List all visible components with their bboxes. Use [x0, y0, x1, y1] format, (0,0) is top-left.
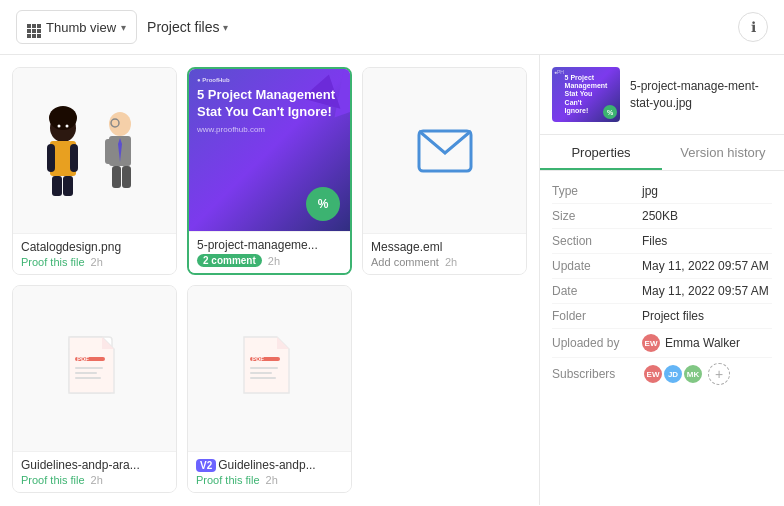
prop-value-uploaded: EW Emma Walker — [642, 334, 740, 352]
file-thumbnail: PDF — [13, 286, 176, 451]
uploader-name: Emma Walker — [665, 336, 740, 350]
file-card-5project[interactable]: ● ProofHub 5 Project Management Stat You… — [187, 67, 352, 275]
svg-rect-22 — [75, 372, 97, 374]
svg-rect-10 — [124, 139, 131, 164]
main-layout: Catalogdesign.png Proof this file 2h ● P… — [0, 55, 784, 505]
prop-label-size: Size — [552, 209, 642, 223]
properties-list: Type jpg Size 250KB Section Files Update… — [540, 171, 784, 505]
proof-link[interactable]: Proof this file — [196, 474, 260, 486]
file-meta: 2 comment 2h — [197, 254, 342, 267]
svg-rect-3 — [70, 144, 78, 172]
v2-badge: V2 — [196, 459, 216, 472]
email-svg — [417, 129, 473, 173]
prop-value-update: May 11, 2022 09:57 AM — [642, 259, 769, 273]
prop-label-folder: Folder — [552, 309, 642, 323]
uploader-avatar: EW — [642, 334, 660, 352]
file-meta: Proof this file 2h — [21, 256, 168, 268]
tab-properties[interactable]: Properties — [540, 135, 662, 170]
email-icon — [415, 127, 475, 175]
prop-value-type: jpg — [642, 184, 658, 198]
prop-label-section: Section — [552, 234, 642, 248]
proof-link[interactable]: Proof this file — [21, 256, 85, 268]
prop-value-section: Files — [642, 234, 667, 248]
info-icon: ℹ — [751, 19, 756, 35]
pdf-svg: PDF — [67, 335, 122, 403]
time-label: 2h — [91, 474, 103, 486]
time-label: 2h — [268, 255, 280, 267]
subscriber-avatar-3: MK — [682, 363, 704, 385]
svg-point-6 — [49, 106, 77, 130]
prop-value-date: May 11, 2022 09:57 AM — [642, 284, 769, 298]
tab-version-history[interactable]: Version history — [662, 135, 784, 170]
file-thumbnail: ● ProofHub 5 Project Management Stat You… — [189, 69, 350, 231]
5project-title: 5 Project Management Stat You Can't Igno… — [197, 87, 342, 121]
pdf-svg-v2: PDF — [242, 335, 297, 403]
prop-label-subscribers: Subscribers — [552, 367, 642, 381]
prop-folder: Folder Project files — [552, 304, 772, 329]
panel-file-name: 5-project-manage-ment-stat-you.jpg — [630, 78, 772, 112]
header: Thumb view ▾ Project files ▾ ℹ — [0, 0, 784, 55]
subscriber-avatar-1: EW — [642, 363, 664, 385]
right-panel: 5 ProjectManagementStat YouCan'tIgnore! … — [539, 55, 784, 505]
svg-point-15 — [65, 124, 68, 127]
svg-rect-11 — [112, 166, 121, 188]
filename: V2Guidelines-andp... — [196, 458, 343, 472]
file-thumbnail — [363, 68, 526, 233]
file-card-guidelines2[interactable]: PDF V2Guidelines-andp... Proof this file… — [187, 285, 352, 493]
5project-url: www.proofhub.com — [197, 125, 342, 134]
subscriber-avatar-2: JD — [662, 363, 684, 385]
prop-label-update: Update — [552, 259, 642, 273]
project-selector[interactable]: Project files ▾ — [147, 19, 228, 35]
file-card-guidelines1[interactable]: PDF Guidelines-andp-ara... Proof this fi… — [12, 285, 177, 493]
file-meta: Proof this file 2h — [196, 474, 343, 486]
view-selector[interactable]: Thumb view ▾ — [16, 10, 137, 44]
info-button[interactable]: ℹ — [738, 12, 768, 42]
prop-size: Size 250KB — [552, 204, 772, 229]
filename: Catalogdesign.png — [21, 240, 168, 254]
file-thumbnail — [13, 68, 176, 233]
file-thumbnail: PDF — [188, 286, 351, 451]
chevron-down-icon: ▾ — [121, 22, 126, 33]
time-label: 2h — [445, 256, 457, 268]
file-info: Catalogdesign.png Proof this file 2h — [13, 233, 176, 274]
time-label: 2h — [91, 256, 103, 268]
pdf-icon: PDF — [242, 335, 297, 403]
file-info: 5-project-manageme... 2 comment 2h — [189, 231, 350, 273]
prop-uploaded: Uploaded by EW Emma Walker — [552, 329, 772, 358]
svg-rect-21 — [75, 367, 103, 369]
prop-date: Date May 11, 2022 09:57 AM — [552, 279, 772, 304]
project-chevron-icon: ▾ — [223, 22, 228, 33]
file-grid: Catalogdesign.png Proof this file 2h ● P… — [0, 55, 539, 505]
filename: Guidelines-andp-ara... — [21, 458, 168, 472]
svg-text:PDF: PDF — [252, 356, 264, 362]
svg-rect-28 — [250, 377, 276, 379]
file-info: V2Guidelines-andp... Proof this file 2h — [188, 451, 351, 492]
comment-badge[interactable]: 2 comment — [197, 254, 262, 267]
proof-link[interactable]: Proof this file — [21, 474, 85, 486]
svg-rect-23 — [75, 377, 101, 379]
prop-type: Type jpg — [552, 179, 772, 204]
svg-rect-9 — [105, 139, 112, 164]
5project-preview: ● ProofHub 5 Project Management Stat You… — [189, 69, 350, 231]
percent-badge: % — [306, 187, 340, 221]
file-meta: Add comment 2h — [371, 256, 518, 268]
catalog-illustration — [25, 96, 165, 206]
catalog-preview — [13, 68, 176, 233]
subscriber-avatars: EW JD MK + — [642, 363, 730, 385]
file-card-catalogdesign[interactable]: Catalogdesign.png Proof this file 2h — [12, 67, 177, 275]
prop-label-uploaded: Uploaded by — [552, 336, 642, 350]
prop-label-type: Type — [552, 184, 642, 198]
svg-rect-5 — [63, 176, 73, 196]
svg-rect-26 — [250, 367, 278, 369]
file-info: Guidelines-andp-ara... Proof this file 2… — [13, 451, 176, 492]
add-subscriber-button[interactable]: + — [708, 363, 730, 385]
panel-tabs: Properties Version history — [540, 135, 784, 171]
panel-thumb-text: 5 ProjectManagementStat YouCan'tIgnore! — [561, 70, 612, 120]
grid-icon — [27, 16, 41, 38]
file-card-message[interactable]: Message.eml Add comment 2h — [362, 67, 527, 275]
panel-preview: 5 ProjectManagementStat YouCan'tIgnore! … — [540, 55, 784, 135]
view-label: Thumb view — [46, 20, 116, 35]
prop-label-date: Date — [552, 284, 642, 298]
add-comment[interactable]: Add comment — [371, 256, 439, 268]
prop-value-folder: Project files — [642, 309, 704, 323]
